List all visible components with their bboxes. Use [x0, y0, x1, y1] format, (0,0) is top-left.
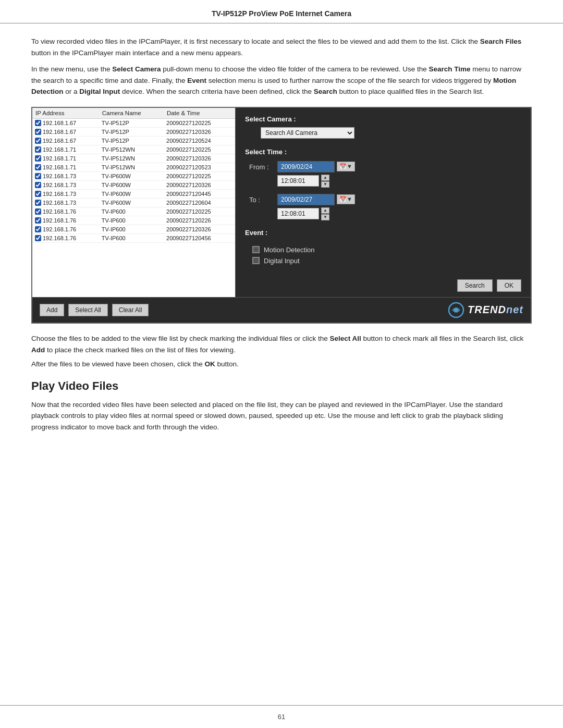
motion-detection-item: Motion Detection [252, 246, 521, 254]
table-row: 192.168.1.76TV-IP60020090227120225 [32, 207, 235, 216]
file-checkbox[interactable] [35, 129, 41, 135]
file-list-panel: IP Address Camera Name Date & Time 192.1… [32, 108, 236, 297]
event-label: Event : [245, 229, 521, 237]
camera-select[interactable]: Search All Camera [261, 127, 354, 139]
to-time-spinner[interactable]: ▲ ▼ [321, 207, 329, 220]
cell-datetime: 20090227120226 [164, 216, 235, 225]
table-row: 192.168.1.71TV-IP512WN20090227120225 [32, 145, 235, 154]
cell-ip: 192.168.1.67 [32, 127, 99, 136]
to-date-input[interactable] [277, 194, 335, 205]
cell-camera-name: TV-IP600W [99, 198, 164, 207]
cell-camera-name: TV-IP600 [99, 233, 164, 242]
file-checkbox[interactable] [35, 138, 41, 144]
search-ok-buttons: Search OK [245, 271, 521, 292]
file-checkbox[interactable] [35, 200, 41, 206]
table-row: 192.168.1.71TV-IP512WN20090227120523 [32, 163, 235, 171]
file-checkbox[interactable] [35, 155, 41, 162]
table-row: 192.168.1.67TV-IP512P20090227120326 [32, 127, 235, 136]
header-title: TV-IP512P ProView PoE Internet Camera [212, 9, 351, 18]
from-calendar-button[interactable]: 📅▼ [337, 162, 355, 171]
dialog-main-area: IP Address Camera Name Date & Time 192.1… [32, 108, 531, 297]
cell-ip: 192.168.1.71 [32, 163, 99, 171]
file-list-table: IP Address Camera Name Date & Time 192.1… [32, 108, 235, 243]
table-row: 192.168.1.73TV-IP600W20090227120326 [32, 180, 235, 189]
table-header-row: IP Address Camera Name Date & Time [32, 108, 235, 119]
cell-camera-name: TV-IP600 [99, 207, 164, 216]
cell-datetime: 20090227120456 [164, 233, 235, 242]
col-camera-name: Camera Name [99, 108, 164, 119]
cell-camera-name: TV-IP600 [99, 225, 164, 233]
file-checkbox[interactable] [35, 120, 41, 126]
from-date-group: 📅▼ [277, 161, 355, 172]
to-time-input[interactable] [277, 208, 319, 219]
cell-camera-name: TV-IP600W [99, 171, 164, 180]
cell-camera-name: TV-IP600W [99, 189, 164, 198]
cell-camera-name: TV-IP512P [99, 127, 164, 136]
cell-datetime: 20090227120225 [164, 145, 235, 154]
cell-datetime: 20090227120326 [164, 154, 235, 163]
file-checkbox[interactable] [35, 146, 41, 153]
to-label: To : [249, 194, 269, 204]
cell-camera-name: TV-IP600 [99, 216, 164, 225]
cell-datetime: 20090227120326 [164, 180, 235, 189]
cell-ip: 192.168.1.73 [32, 189, 99, 198]
to-calendar-button[interactable]: 📅▼ [337, 194, 355, 204]
event-section: Motion Detection Digital Input [245, 246, 521, 268]
table-row: 192.168.1.73TV-IP600W20090227120604 [32, 198, 235, 207]
file-checkbox[interactable] [35, 191, 41, 197]
add-button[interactable]: Add [40, 304, 64, 316]
file-checkbox[interactable] [35, 208, 41, 215]
cell-ip: 192.168.1.76 [32, 225, 99, 233]
post-dialog-para-2: After the files to be viewed have been c… [31, 359, 532, 370]
cell-datetime: 20090227120326 [164, 225, 235, 233]
to-time-up[interactable]: ▲ [321, 207, 329, 214]
page-header: TV-IP512P ProView PoE Internet Camera [0, 0, 563, 23]
select-camera-label: Select Camera : [245, 115, 521, 123]
select-all-button[interactable]: Select All [68, 304, 107, 316]
page-number: 61 [278, 713, 285, 721]
svg-point-1 [454, 308, 458, 312]
motion-detection-checkbox[interactable] [252, 246, 260, 253]
table-row: 192.168.1.67TV-IP512P20090227120524 [32, 136, 235, 145]
cell-datetime: 20090227120326 [164, 127, 235, 136]
file-checkbox[interactable] [35, 235, 41, 241]
cell-datetime: 20090227120604 [164, 198, 235, 207]
ok-button[interactable]: OK [497, 279, 521, 292]
cell-ip: 192.168.1.73 [32, 180, 99, 189]
trendnet-logo-text: TRENDnet [468, 304, 523, 316]
page-wrapper: TV-IP512P ProView PoE Internet Camera To… [0, 0, 563, 728]
col-ip: IP Address [32, 108, 99, 119]
cell-ip: 192.168.1.76 [32, 233, 99, 242]
file-checkbox[interactable] [35, 226, 41, 232]
cell-camera-name: TV-IP512WN [99, 154, 164, 163]
search-dialog: IP Address Camera Name Date & Time 192.1… [31, 107, 532, 324]
file-checkbox[interactable] [35, 173, 41, 179]
cell-datetime: 20090227120225 [164, 171, 235, 180]
digital-input-checkbox[interactable] [252, 257, 260, 264]
search-button[interactable]: Search [457, 279, 493, 292]
cell-ip: 192.168.1.71 [32, 145, 99, 154]
from-date-input[interactable] [277, 161, 335, 172]
clear-all-button[interactable]: Clear All [112, 304, 149, 316]
file-checkbox[interactable] [35, 182, 41, 188]
cell-ip: 192.168.1.76 [32, 216, 99, 225]
from-time-spinner[interactable]: ▲ ▼ [321, 175, 329, 188]
cell-camera-name: TV-IP512WN [99, 145, 164, 154]
from-time-input[interactable] [277, 175, 319, 187]
col-datetime: Date & Time [164, 108, 235, 119]
cell-datetime: 20090227120523 [164, 163, 235, 171]
table-row: 192.168.1.73TV-IP600W20090227120445 [32, 189, 235, 198]
table-row: 192.168.1.71TV-IP512WN20090227120326 [32, 154, 235, 163]
table-row: 192.168.1.67TV-IP512P20090227120225 [32, 118, 235, 127]
cell-ip: 192.168.1.73 [32, 198, 99, 207]
file-checkbox[interactable] [35, 164, 41, 170]
intro-para-1: To view recorded video files in the IPCa… [31, 36, 532, 58]
file-checkbox[interactable] [35, 217, 41, 224]
from-time-down[interactable]: ▼ [321, 181, 329, 188]
to-time-down[interactable]: ▼ [321, 214, 329, 220]
from-time-up[interactable]: ▲ [321, 175, 329, 181]
digital-input-label: Digital Input [264, 257, 300, 265]
to-date-group: 📅▼ [277, 194, 355, 205]
search-panel: Select Camera : Search All Camera Select… [236, 108, 531, 297]
post-dialog-para-1: Choose the files to be added to the view… [31, 333, 532, 355]
